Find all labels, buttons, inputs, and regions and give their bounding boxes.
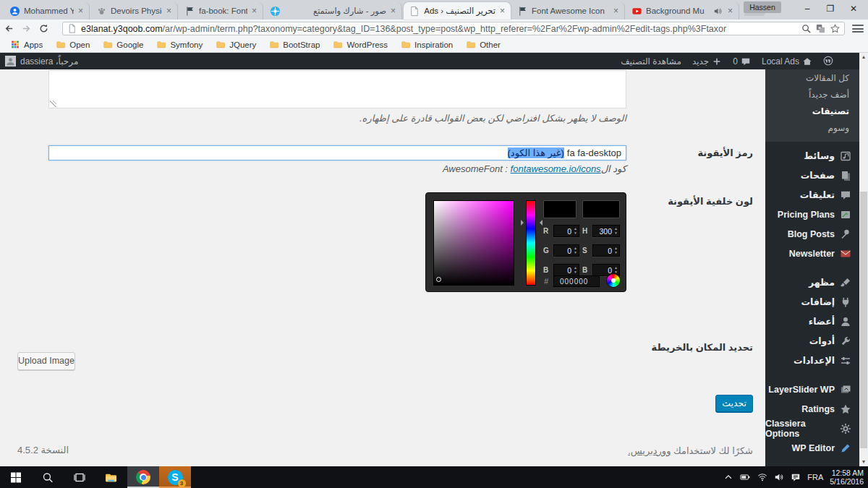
browser-tab[interactable]: fa-book: Font Awes× — [179, 2, 263, 20]
scrollbar[interactable]: ▲ ▼ — [859, 53, 868, 466]
search-icon[interactable] — [801, 23, 812, 34]
adminbar-view-term[interactable]: مشاهدة التصنيف — [621, 56, 681, 67]
sidebar-item[interactable]: Newsletter — [765, 244, 859, 263]
wifi-icon[interactable] — [757, 472, 767, 482]
spinner-icon[interactable]: ▲▼ — [614, 246, 618, 254]
adminbar-site-name[interactable]: Local Ads — [762, 56, 812, 67]
browser-tab[interactable]: Font Awesome Icon× — [512, 2, 625, 20]
sidebar-item[interactable]: Pricing Plans — [765, 205, 859, 224]
reload-button[interactable] — [35, 21, 52, 35]
browser-tab[interactable]: تحرير التصنيف ‹ Ads× — [404, 2, 511, 20]
upload-image-button[interactable]: Upload Image — [17, 352, 75, 370]
sidebar-item[interactable]: أدوات — [765, 331, 859, 351]
bookmark-item[interactable]: Open — [51, 40, 95, 49]
update-button[interactable]: تحديث — [715, 395, 753, 413]
sidebar-item[interactable]: إضافات — [765, 292, 859, 312]
spinner-icon[interactable]: ▲▼ — [614, 265, 618, 274]
bookmark-item[interactable]: JQuery — [210, 40, 261, 49]
sidebar-submenu-item[interactable]: كل المقالات — [765, 70, 859, 87]
sidebar-item[interactable]: Classiera Options — [765, 419, 859, 438]
bookmark-item[interactable]: Symfony — [151, 40, 208, 49]
spinner-icon[interactable]: ▲▼ — [614, 226, 618, 235]
back-button[interactable] — [0, 21, 17, 35]
color-field-input[interactable]: 300▲▼ — [592, 225, 620, 237]
start-button[interactable] — [0, 466, 32, 488]
resize-grip[interactable] — [50, 100, 56, 107]
bookmark-star-icon[interactable] — [830, 23, 841, 34]
sidebar-item[interactable]: Blog Posts — [765, 224, 859, 244]
forward-button[interactable] — [17, 21, 35, 35]
color-field-input[interactable]: 0▲▼ — [553, 264, 579, 276]
bookmark-item[interactable]: Inspiration — [396, 40, 458, 49]
tab-close-icon[interactable]: × — [390, 6, 396, 16]
wordpress-link[interactable]: ووردبريس. — [628, 445, 671, 456]
color-field-input[interactable]: 0▲▼ — [553, 244, 579, 257]
chrome-taskbar-button[interactable] — [127, 466, 159, 488]
saturation-square[interactable] — [433, 200, 514, 286]
browser-tab[interactable]: Background Mu× — [626, 2, 739, 20]
sidebar-submenu-item[interactable]: أضف جديداً — [765, 87, 859, 103]
sidebar-item[interactable]: الإعدادات — [765, 351, 859, 370]
adminbar-account[interactable]: مرحباً، dassiera — [0, 56, 78, 67]
chevron-up-icon[interactable] — [723, 472, 733, 482]
task-view-button[interactable] — [64, 466, 95, 488]
spinner-icon[interactable]: ▲▼ — [574, 265, 577, 274]
close-button[interactable]: ✕ — [842, 0, 865, 17]
address-bar[interactable]: e3lanat.y3qoob.com/ar/wp-admin/term.php?… — [62, 22, 845, 35]
action-center-icon[interactable] — [791, 472, 801, 482]
sidebar-item[interactable]: تعليقات — [765, 185, 859, 205]
color-field-input[interactable]: 0▲▼ — [592, 244, 620, 257]
tab-close-icon[interactable]: × — [727, 6, 733, 16]
adminbar-new-button[interactable]: جديد — [692, 56, 722, 67]
translate-icon[interactable]: a — [815, 23, 826, 34]
hex-input[interactable]: 000000 — [553, 275, 600, 287]
taskbar-clock[interactable]: 12:58 AM5/16/2016 — [830, 468, 864, 486]
saturation-marker[interactable] — [436, 277, 441, 282]
bookmark-item[interactable]: Other — [461, 40, 506, 49]
tab-close-icon[interactable]: × — [499, 6, 506, 16]
sidebar-item[interactable]: صفحات — [765, 166, 859, 185]
sidebar-item[interactable]: وسائط — [765, 146, 859, 166]
sidebar-submenu-item[interactable]: تصنيفات — [765, 103, 859, 120]
bookmark-item[interactable]: Apps — [5, 40, 48, 49]
browser-tab[interactable]: صور - شارك واستمتع× — [265, 2, 402, 20]
color-field-input[interactable]: 0▲▼ — [553, 225, 579, 237]
maximize-button[interactable]: ❐ — [819, 0, 842, 17]
browser-menu-icon[interactable] — [851, 23, 864, 34]
speaker-icon[interactable] — [774, 472, 784, 482]
scroll-up-icon[interactable]: ▲ — [859, 53, 868, 61]
bookmark-item[interactable]: Google — [98, 40, 148, 49]
browser-tab[interactable]: Mohammed Yaaqo× — [4, 2, 90, 20]
color-wheel-icon[interactable] — [607, 274, 620, 287]
sidebar-item[interactable]: WP Editor — [765, 438, 859, 458]
browser-tab[interactable]: Devoirs Physique -× — [91, 2, 178, 20]
spinner-icon[interactable]: ▲▼ — [574, 226, 577, 235]
taskbar-search-button[interactable] — [32, 466, 64, 488]
file-explorer-button[interactable] — [95, 466, 127, 488]
battery-icon[interactable] — [740, 472, 751, 482]
hue-slider[interactable] — [526, 200, 536, 286]
scroll-down-icon[interactable]: ▼ — [859, 458, 868, 466]
tab-close-icon[interactable]: × — [166, 6, 172, 16]
spinner-icon[interactable]: ▲▼ — [574, 246, 577, 254]
tab-close-icon[interactable]: × — [251, 6, 258, 16]
tab-close-icon[interactable]: × — [613, 6, 619, 16]
skype-taskbar-button[interactable]: S3 — [159, 466, 191, 488]
scroll-thumb[interactable] — [860, 192, 867, 448]
sidebar-item[interactable]: أعضاء — [765, 312, 859, 331]
tab-close-icon[interactable]: × — [77, 6, 84, 16]
description-textarea[interactable] — [48, 70, 626, 108]
adminbar-wp-logo[interactable] — [823, 56, 835, 67]
sidebar-submenu-item[interactable]: وسوم — [765, 120, 859, 137]
browser-profile-chip[interactable]: Hassen — [744, 1, 781, 13]
sidebar-item[interactable]: Ratings — [765, 399, 859, 419]
sidebar-item[interactable]: مظهر — [765, 273, 859, 292]
fontawesome-link[interactable]: fontawesome.io/icons — [511, 163, 601, 174]
language-indicator[interactable]: FRA — [807, 473, 823, 481]
sidebar-item[interactable]: LayerSlider WP — [765, 380, 859, 399]
bookmark-item[interactable]: WordPress — [328, 40, 393, 49]
adminbar-comments[interactable]: 0 — [733, 56, 751, 67]
minimize-button[interactable]: – — [796, 0, 819, 17]
icon-code-input[interactable]: fa fa-desktop(غير هذا الكود) — [48, 145, 626, 160]
bookmark-item[interactable]: BootStrap — [264, 40, 325, 49]
